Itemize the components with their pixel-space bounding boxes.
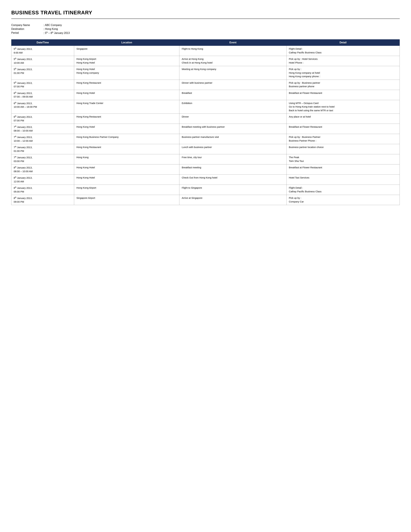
cell-location: Singapore	[74, 46, 179, 56]
cell-event: Lunch with business partner	[179, 144, 286, 154]
cell-event: Breakfast	[179, 90, 286, 100]
cell-datetime: 8th January 2013,12:00 AM	[11, 175, 74, 185]
period-label: Period	[11, 31, 44, 35]
company-label: Company Name	[11, 24, 44, 27]
cell-event: Exhibition	[179, 100, 286, 114]
col-header-datetime: Date/Time	[11, 39, 74, 46]
cell-datetime: 6th January 2013,07:00 – 09:00 AM	[11, 90, 74, 100]
cell-detail: Pick up by :Company Car	[286, 195, 400, 205]
cell-detail: Any place or at hotel	[286, 114, 400, 124]
cell-datetime: 8th January 2013,09:00 PM	[11, 195, 74, 205]
cell-detail: Pick up by : Business PartnerBusiness Pa…	[286, 134, 400, 144]
cell-detail: Pick up by : Hotel ServicesHotel Phone :	[286, 56, 400, 66]
table-row: 7th January 2013,01:00 PMHong Kong Resta…	[11, 144, 400, 154]
cell-event: Dinner with business partner	[179, 80, 286, 90]
table-row: 5th January 2013,07:00 PMHong Kong Resta…	[11, 80, 400, 90]
table-row: 7th January 2013,10:00 – 12:00 AMHong Ko…	[11, 134, 400, 144]
table-row: 7th January 2013,03:00 PMHong KongFree t…	[11, 154, 400, 164]
cell-event: Check Out from Hong Kong hotel	[179, 175, 286, 185]
cell-event: Flight to Hong Kong	[179, 46, 286, 56]
cell-event: Dinner	[179, 114, 286, 124]
cell-detail: Pick up by :Hong Kong company at hotelHo…	[286, 66, 400, 80]
cell-location: Hong Kong Hotel	[74, 175, 179, 185]
table-row: 6th January 2013,07:00 PMHong Kong Resta…	[11, 114, 400, 124]
col-header-event: Event	[179, 39, 286, 46]
cell-detail: Business partner location choice	[286, 144, 400, 154]
table-row: 5th January 2013,10:00 AMHong Kong Airpo…	[11, 56, 400, 66]
cell-datetime: 8th January 2013,08:00 – 10:00 AM	[11, 164, 74, 175]
cell-detail: Breakfast at Flower Restaurant	[286, 124, 400, 134]
cell-detail: Pick up by : Business partnerBusiness pa…	[286, 80, 400, 90]
cell-datetime: 5th January 2013,01:00 PM	[11, 66, 74, 80]
cell-event: Flight to Singapore	[179, 185, 286, 195]
cell-location: Hong Kong Hotel	[74, 164, 179, 175]
cell-event: Arrive at Hong KongCheck in at Hong Kong…	[179, 56, 286, 66]
cell-location: Hong Kong AirportHong Kong Hotel	[74, 56, 179, 66]
table-row: 8th January 2013,09:00 PMSingapore Airpo…	[11, 195, 400, 205]
cell-datetime: 5th January 2013,6:00 AM	[11, 46, 74, 56]
table-header-row: Date/Time Location Event Detail	[11, 39, 400, 46]
table-row: 6th January 2013,07:00 – 09:00 AMHong Ko…	[11, 90, 400, 100]
cell-location: Hong Kong HotelHong Kong company	[74, 66, 179, 80]
cell-datetime: 5th January 2013,07:00 PM	[11, 80, 74, 90]
itinerary-table: Date/Time Location Event Detail 5th Janu…	[11, 39, 400, 205]
cell-datetime: 6th January 2013,10:00 AM – 16:00 PM	[11, 100, 74, 114]
cell-datetime: 6th January 2013,07:00 PM	[11, 114, 74, 124]
company-row: Company Name : ABC Company	[11, 24, 400, 27]
period-row: Period : 5th – 8th January 2013	[11, 31, 400, 35]
cell-event: Business partner manufacture visit	[179, 134, 286, 144]
cell-datetime: 5th January 2013,10:00 AM	[11, 56, 74, 66]
table-row: 5th January 2013,6:00 AMSingaporeFlight …	[11, 46, 400, 56]
cell-detail: Hotel Taxi Services	[286, 175, 400, 185]
cell-event: Arrive at Singapore	[179, 195, 286, 205]
cell-datetime: 7th January 2013,10:00 – 12:00 AM	[11, 134, 74, 144]
cell-detail: Flight Detail :Cathay Pacific Business C…	[286, 46, 400, 56]
col-header-detail: Detail	[286, 39, 400, 46]
cell-location: Hong Kong Business Partner Company	[74, 134, 179, 144]
cell-detail: Flight Detail :Cathay Pacific Business C…	[286, 185, 400, 195]
cell-datetime: 8th January 2013,05:00 PM	[11, 185, 74, 195]
cell-location: Singapore Airport	[74, 195, 179, 205]
cell-location: Hong Kong Airport	[74, 185, 179, 195]
cell-location: Hong Kong Hotel	[74, 90, 179, 100]
cell-location: Hong Kong Restaurant	[74, 114, 179, 124]
company-value: : ABC Company	[44, 24, 62, 27]
period-value: : 5th – 8th January 2013	[44, 31, 70, 35]
cell-event: Breakfast meeting	[179, 164, 286, 175]
table-row: 8th January 2013,12:00 AMHong Kong Hotel…	[11, 175, 400, 185]
cell-event: Free time, city tour	[179, 154, 286, 164]
cell-detail: Breakfast at Flower Restaurant	[286, 90, 400, 100]
cell-event: Meeting at Hong Kong company	[179, 66, 286, 80]
cell-location: Hong Kong Trade Center	[74, 100, 179, 114]
cell-datetime: 7th January 2013,01:00 PM	[11, 144, 74, 154]
cell-datetime: 7th January 2013,08:00 – 10:00 AM	[11, 124, 74, 134]
destination-label: Destination	[11, 28, 44, 30]
col-header-location: Location	[74, 39, 179, 46]
info-section: Company Name : ABC Company Destination :…	[11, 24, 400, 35]
title-divider	[11, 19, 400, 19]
page-title: BUSINESS TRAVEL ITINERARY	[11, 10, 400, 16]
cell-datetime: 7th January 2013,03:00 PM	[11, 154, 74, 164]
cell-event: Breakfast meeting with business partner	[179, 124, 286, 134]
table-row: 6th January 2013,10:00 AM – 16:00 PMHong…	[11, 100, 400, 114]
table-row: 8th January 2013,08:00 – 10:00 AMHong Ko…	[11, 164, 400, 175]
cell-location: Hong Kong Restaurant	[74, 80, 179, 90]
cell-location: Hong Kong	[74, 154, 179, 164]
table-row: 5th January 2013,01:00 PMHong Kong Hotel…	[11, 66, 400, 80]
destination-row: Destination : Hong Kong	[11, 28, 400, 30]
cell-detail: The PeakTsim Sha Tsui	[286, 154, 400, 164]
cell-detail: Breakfast at Flower Restaurant	[286, 164, 400, 175]
cell-location: Hong Kong Restaurant	[74, 144, 179, 154]
cell-location: Hong Kong Hotel	[74, 124, 179, 134]
table-row: 8th January 2013,05:00 PMHong Kong Airpo…	[11, 185, 400, 195]
cell-detail: Using MTR – Octopus CardGo to Hong Kong …	[286, 100, 400, 114]
destination-value: : Hong Kong	[44, 28, 58, 30]
table-row: 7th January 2013,08:00 – 10:00 AMHong Ko…	[11, 124, 400, 134]
